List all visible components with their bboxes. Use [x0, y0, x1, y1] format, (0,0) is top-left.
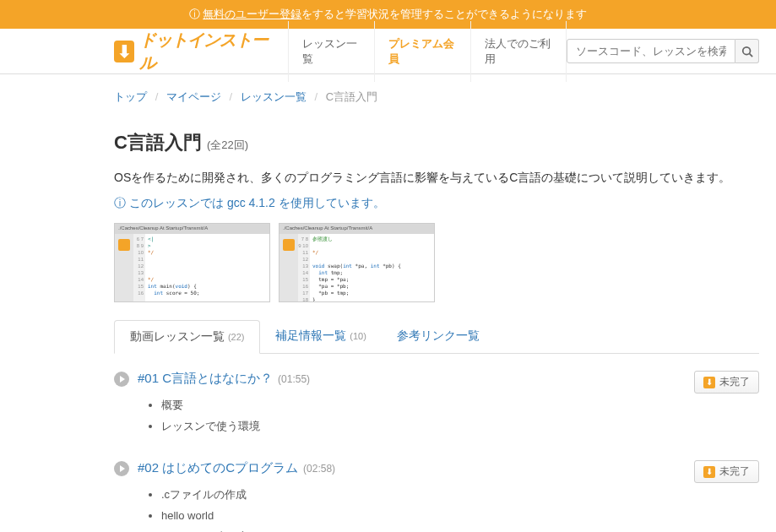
lesson-points: .cファイルの作成 hello world コメントの書き方	[161, 485, 694, 532]
info-text: このレッスンでは gcc 4.1.2 を使用しています。	[129, 196, 385, 209]
line-numbers: 7 8 9 10 11 12 13 14 15 16 17 18	[298, 234, 310, 301]
environment-info: ⓘこのレッスンでは gcc 4.1.2 を使用しています。	[114, 196, 759, 211]
lesson-item: #01 C言語とはなにか？ (01:55) 概要 レッスンで使う環境 ⬇ 未完了	[114, 371, 759, 437]
thumb-titlebar: ./Caches/Cleanup At Startup/Transmit/A	[279, 224, 434, 234]
thumb-titlebar: ./Caches/Cleanup At Startup/Transmit/A	[115, 224, 269, 234]
lesson-point: レッスンで使う環境	[161, 416, 694, 437]
svg-line-1	[749, 53, 752, 57]
breadcrumb-lessons[interactable]: レッスン一覧	[241, 90, 307, 103]
search	[567, 39, 759, 63]
breadcrumb-mypage[interactable]: マイページ	[166, 90, 221, 103]
info-icon: ⓘ	[189, 8, 203, 20]
lesson-point: hello world	[161, 506, 694, 527]
line-numbers: 6 7 8 9 10 11 12 13 14 15 16	[133, 234, 145, 301]
play-icon[interactable]	[114, 372, 129, 387]
breadcrumb-sep: /	[155, 90, 159, 103]
download-icon: ⬇	[703, 377, 715, 388]
lesson-link[interactable]: #02 はじめてのCプログラム	[138, 460, 298, 476]
status-label: 未完了	[719, 464, 750, 479]
thumbnail-2[interactable]: ./Caches/Cleanup At Startup/Transmit/A 7…	[279, 223, 435, 302]
logo-text: ドットインストール	[139, 29, 271, 74]
thumb-sidebar	[279, 234, 298, 301]
breadcrumb-sep: /	[314, 90, 317, 103]
svg-point-0	[742, 46, 750, 54]
tab-count: (22)	[228, 332, 245, 342]
page-title: C言語入門 (全22回)	[114, 130, 759, 155]
download-icon: ⬇	[703, 466, 715, 478]
status-label: 未完了	[719, 375, 750, 389]
breadcrumb-top[interactable]: トップ	[114, 90, 147, 103]
tab-videos[interactable]: 動画レッスン一覧 (22)	[114, 320, 260, 354]
lesson-header: #01 C言語とはなにか？ (01:55)	[114, 371, 694, 387]
lesson-duration: (01:55)	[278, 373, 310, 385]
lesson-count: (全22回)	[207, 138, 248, 151]
title-text: C言語入門	[114, 132, 202, 153]
lesson-point: 概要	[161, 395, 694, 416]
tab-notes[interactable]: 補足情報一覧 (10)	[260, 320, 381, 354]
logo[interactable]: ⬇ ドットインストール	[114, 29, 271, 74]
search-button[interactable]	[735, 39, 759, 63]
lesson-points: 概要 レッスンで使う環境	[161, 395, 694, 437]
breadcrumb-sep: /	[230, 90, 233, 103]
nav-premium[interactable]: プレミアム会員	[375, 21, 470, 82]
play-icon[interactable]	[114, 461, 129, 476]
lesson-item: #02 はじめてのCプログラム (02:58) .cファイルの作成 hello …	[114, 460, 759, 532]
thumb-sidebar	[115, 234, 133, 301]
search-input[interactable]	[567, 39, 735, 63]
lesson-content: #01 C言語とはなにか？ (01:55) 概要 レッスンで使う環境	[114, 371, 694, 437]
file-icon	[118, 239, 130, 251]
content-tabs: 動画レッスン一覧 (22) 補足情報一覧 (10) 参考リンク一覧	[114, 319, 759, 354]
header: ⬇ ドットインストール レッスン一覧 プレミアム会員 法人でのご利用	[0, 29, 776, 74]
breadcrumb: トップ / マイページ / レッスン一覧 / C言語入門	[114, 90, 759, 105]
info-icon: ⓘ	[114, 196, 126, 209]
nav-corporate[interactable]: 法人でのご利用	[471, 21, 567, 82]
lesson-content: #02 はじめてのCプログラム (02:58) .cファイルの作成 hello …	[114, 460, 694, 532]
banner-text: をすると学習状況を管理することができるようになります	[301, 8, 587, 20]
lesson-list: #01 C言語とはなにか？ (01:55) 概要 レッスンで使う環境 ⬇ 未完了…	[114, 354, 759, 532]
tab-links[interactable]: 参考リンク一覧	[382, 320, 495, 354]
file-icon	[283, 239, 295, 251]
tab-label: 動画レッスン一覧	[130, 329, 225, 343]
main-nav: レッスン一覧 プレミアム会員 法人でのご利用	[288, 21, 567, 82]
preview-thumbnails: ./Caches/Cleanup At Startup/Transmit/A 6…	[114, 223, 759, 302]
thumbnail-1[interactable]: ./Caches/Cleanup At Startup/Transmit/A 6…	[114, 223, 270, 302]
completion-toggle[interactable]: ⬇ 未完了	[694, 371, 759, 394]
course-description: OSを作るために開発され、多くのプログラミング言語に影響を与えているC言語の基礎…	[114, 171, 759, 186]
lesson-header: #02 はじめてのCプログラム (02:58)	[114, 460, 694, 476]
logo-icon: ⬇	[114, 41, 134, 62]
lesson-point: .cファイルの作成	[161, 485, 694, 506]
lesson-point: コメントの書き方	[161, 527, 694, 532]
lesson-duration: (02:58)	[303, 463, 335, 475]
tab-count: (10)	[350, 331, 366, 341]
completion-toggle[interactable]: ⬇ 未完了	[694, 460, 759, 483]
code-preview: 参照渡し */ void swap(int *pa, int *pb) { in…	[310, 234, 434, 301]
search-icon	[741, 46, 753, 57]
signup-link[interactable]: 無料のユーザー登録	[203, 8, 301, 20]
lesson-link[interactable]: #01 C言語とはなにか？	[138, 371, 273, 387]
nav-lessons[interactable]: レッスン一覧	[288, 21, 375, 82]
breadcrumb-current: C言語入門	[326, 90, 377, 103]
tab-label: 補足情報一覧	[275, 328, 346, 342]
main-content: トップ / マイページ / レッスン一覧 / C言語入門 C言語入門 (全22回…	[0, 74, 776, 532]
code-preview: <| > */ */ int main(void) { int score = …	[145, 234, 269, 301]
